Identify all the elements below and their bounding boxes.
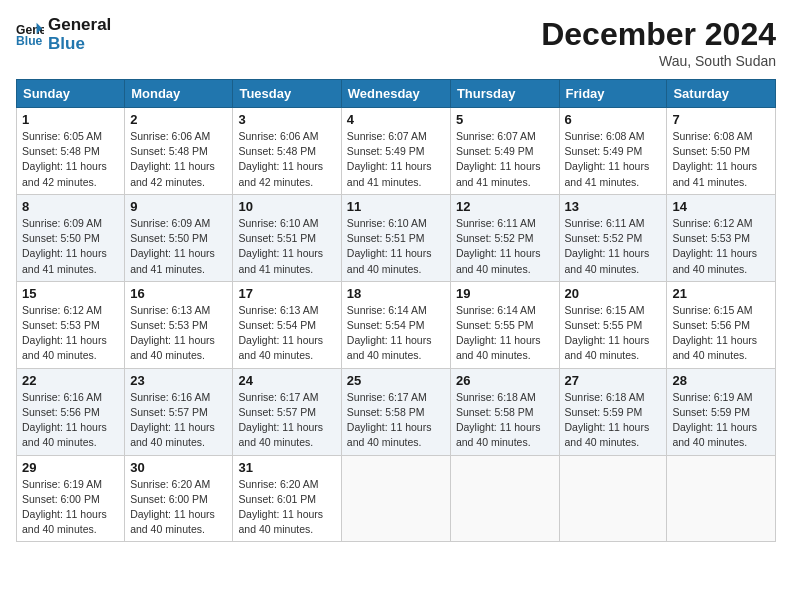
calendar-cell: 23Sunrise: 6:16 AMSunset: 5:57 PMDayligh…: [125, 368, 233, 455]
calendar-cell: 12Sunrise: 6:11 AMSunset: 5:52 PMDayligh…: [450, 194, 559, 281]
calendar-cell: 7Sunrise: 6:08 AMSunset: 5:50 PMDaylight…: [667, 108, 776, 195]
calendar-cell: 24Sunrise: 6:17 AMSunset: 5:57 PMDayligh…: [233, 368, 341, 455]
col-wednesday: Wednesday: [341, 80, 450, 108]
day-number: 15: [22, 286, 119, 301]
day-info: Sunrise: 6:14 AMSunset: 5:55 PMDaylight:…: [456, 303, 554, 364]
day-number: 31: [238, 460, 335, 475]
day-number: 22: [22, 373, 119, 388]
calendar-week-row: 29Sunrise: 6:19 AMSunset: 6:00 PMDayligh…: [17, 455, 776, 542]
day-number: 11: [347, 199, 445, 214]
calendar-table: Sunday Monday Tuesday Wednesday Thursday…: [16, 79, 776, 542]
day-number: 6: [565, 112, 662, 127]
calendar-week-row: 1Sunrise: 6:05 AMSunset: 5:48 PMDaylight…: [17, 108, 776, 195]
day-number: 27: [565, 373, 662, 388]
day-number: 30: [130, 460, 227, 475]
logo-icon: General Blue: [16, 21, 44, 49]
calendar-week-row: 22Sunrise: 6:16 AMSunset: 5:56 PMDayligh…: [17, 368, 776, 455]
page-header: General Blue General Blue December 2024 …: [16, 16, 776, 69]
day-number: 23: [130, 373, 227, 388]
calendar-cell: 19Sunrise: 6:14 AMSunset: 5:55 PMDayligh…: [450, 281, 559, 368]
calendar-cell: 5Sunrise: 6:07 AMSunset: 5:49 PMDaylight…: [450, 108, 559, 195]
day-number: 17: [238, 286, 335, 301]
title-block: December 2024 Wau, South Sudan: [541, 16, 776, 69]
col-saturday: Saturday: [667, 80, 776, 108]
day-info: Sunrise: 6:06 AMSunset: 5:48 PMDaylight:…: [130, 129, 227, 190]
day-info: Sunrise: 6:16 AMSunset: 5:56 PMDaylight:…: [22, 390, 119, 451]
col-monday: Monday: [125, 80, 233, 108]
day-info: Sunrise: 6:12 AMSunset: 5:53 PMDaylight:…: [672, 216, 770, 277]
calendar-cell: 4Sunrise: 6:07 AMSunset: 5:49 PMDaylight…: [341, 108, 450, 195]
day-info: Sunrise: 6:14 AMSunset: 5:54 PMDaylight:…: [347, 303, 445, 364]
calendar-cell: 25Sunrise: 6:17 AMSunset: 5:58 PMDayligh…: [341, 368, 450, 455]
calendar-cell: 18Sunrise: 6:14 AMSunset: 5:54 PMDayligh…: [341, 281, 450, 368]
day-number: 13: [565, 199, 662, 214]
calendar-cell: 14Sunrise: 6:12 AMSunset: 5:53 PMDayligh…: [667, 194, 776, 281]
calendar-cell: 3Sunrise: 6:06 AMSunset: 5:48 PMDaylight…: [233, 108, 341, 195]
day-number: 20: [565, 286, 662, 301]
day-number: 29: [22, 460, 119, 475]
col-tuesday: Tuesday: [233, 80, 341, 108]
calendar-week-row: 15Sunrise: 6:12 AMSunset: 5:53 PMDayligh…: [17, 281, 776, 368]
calendar-cell: 10Sunrise: 6:10 AMSunset: 5:51 PMDayligh…: [233, 194, 341, 281]
day-info: Sunrise: 6:08 AMSunset: 5:49 PMDaylight:…: [565, 129, 662, 190]
calendar-cell: 26Sunrise: 6:18 AMSunset: 5:58 PMDayligh…: [450, 368, 559, 455]
day-number: 24: [238, 373, 335, 388]
calendar-cell: 29Sunrise: 6:19 AMSunset: 6:00 PMDayligh…: [17, 455, 125, 542]
col-thursday: Thursday: [450, 80, 559, 108]
calendar-cell: 16Sunrise: 6:13 AMSunset: 5:53 PMDayligh…: [125, 281, 233, 368]
calendar-cell: 20Sunrise: 6:15 AMSunset: 5:55 PMDayligh…: [559, 281, 667, 368]
day-info: Sunrise: 6:19 AMSunset: 6:00 PMDaylight:…: [22, 477, 119, 538]
day-number: 28: [672, 373, 770, 388]
day-number: 18: [347, 286, 445, 301]
day-info: Sunrise: 6:07 AMSunset: 5:49 PMDaylight:…: [456, 129, 554, 190]
day-info: Sunrise: 6:07 AMSunset: 5:49 PMDaylight:…: [347, 129, 445, 190]
day-info: Sunrise: 6:05 AMSunset: 5:48 PMDaylight:…: [22, 129, 119, 190]
day-number: 4: [347, 112, 445, 127]
logo-text-blue: Blue: [48, 35, 111, 54]
calendar-cell: 9Sunrise: 6:09 AMSunset: 5:50 PMDaylight…: [125, 194, 233, 281]
calendar-cell: [450, 455, 559, 542]
day-info: Sunrise: 6:20 AMSunset: 6:01 PMDaylight:…: [238, 477, 335, 538]
day-info: Sunrise: 6:12 AMSunset: 5:53 PMDaylight:…: [22, 303, 119, 364]
calendar-week-row: 8Sunrise: 6:09 AMSunset: 5:50 PMDaylight…: [17, 194, 776, 281]
day-info: Sunrise: 6:13 AMSunset: 5:54 PMDaylight:…: [238, 303, 335, 364]
calendar-cell: [559, 455, 667, 542]
calendar-cell: 2Sunrise: 6:06 AMSunset: 5:48 PMDaylight…: [125, 108, 233, 195]
day-info: Sunrise: 6:15 AMSunset: 5:55 PMDaylight:…: [565, 303, 662, 364]
day-number: 12: [456, 199, 554, 214]
calendar-cell: 27Sunrise: 6:18 AMSunset: 5:59 PMDayligh…: [559, 368, 667, 455]
col-friday: Friday: [559, 80, 667, 108]
day-number: 25: [347, 373, 445, 388]
logo-text-general: General: [48, 16, 111, 35]
day-number: 5: [456, 112, 554, 127]
calendar-cell: 21Sunrise: 6:15 AMSunset: 5:56 PMDayligh…: [667, 281, 776, 368]
day-info: Sunrise: 6:19 AMSunset: 5:59 PMDaylight:…: [672, 390, 770, 451]
calendar-cell: 30Sunrise: 6:20 AMSunset: 6:00 PMDayligh…: [125, 455, 233, 542]
calendar-cell: 6Sunrise: 6:08 AMSunset: 5:49 PMDaylight…: [559, 108, 667, 195]
calendar-cell: [341, 455, 450, 542]
day-number: 14: [672, 199, 770, 214]
day-info: Sunrise: 6:18 AMSunset: 5:58 PMDaylight:…: [456, 390, 554, 451]
day-number: 1: [22, 112, 119, 127]
day-number: 2: [130, 112, 227, 127]
day-number: 9: [130, 199, 227, 214]
day-info: Sunrise: 6:15 AMSunset: 5:56 PMDaylight:…: [672, 303, 770, 364]
location-subtitle: Wau, South Sudan: [541, 53, 776, 69]
calendar-cell: 28Sunrise: 6:19 AMSunset: 5:59 PMDayligh…: [667, 368, 776, 455]
day-info: Sunrise: 6:11 AMSunset: 5:52 PMDaylight:…: [565, 216, 662, 277]
day-number: 21: [672, 286, 770, 301]
day-number: 8: [22, 199, 119, 214]
day-number: 16: [130, 286, 227, 301]
calendar-cell: 8Sunrise: 6:09 AMSunset: 5:50 PMDaylight…: [17, 194, 125, 281]
day-info: Sunrise: 6:16 AMSunset: 5:57 PMDaylight:…: [130, 390, 227, 451]
day-info: Sunrise: 6:10 AMSunset: 5:51 PMDaylight:…: [238, 216, 335, 277]
day-number: 10: [238, 199, 335, 214]
day-info: Sunrise: 6:09 AMSunset: 5:50 PMDaylight:…: [22, 216, 119, 277]
day-number: 7: [672, 112, 770, 127]
calendar-cell: 15Sunrise: 6:12 AMSunset: 5:53 PMDayligh…: [17, 281, 125, 368]
calendar-cell: 11Sunrise: 6:10 AMSunset: 5:51 PMDayligh…: [341, 194, 450, 281]
day-info: Sunrise: 6:18 AMSunset: 5:59 PMDaylight:…: [565, 390, 662, 451]
calendar-cell: 13Sunrise: 6:11 AMSunset: 5:52 PMDayligh…: [559, 194, 667, 281]
day-info: Sunrise: 6:13 AMSunset: 5:53 PMDaylight:…: [130, 303, 227, 364]
col-sunday: Sunday: [17, 80, 125, 108]
